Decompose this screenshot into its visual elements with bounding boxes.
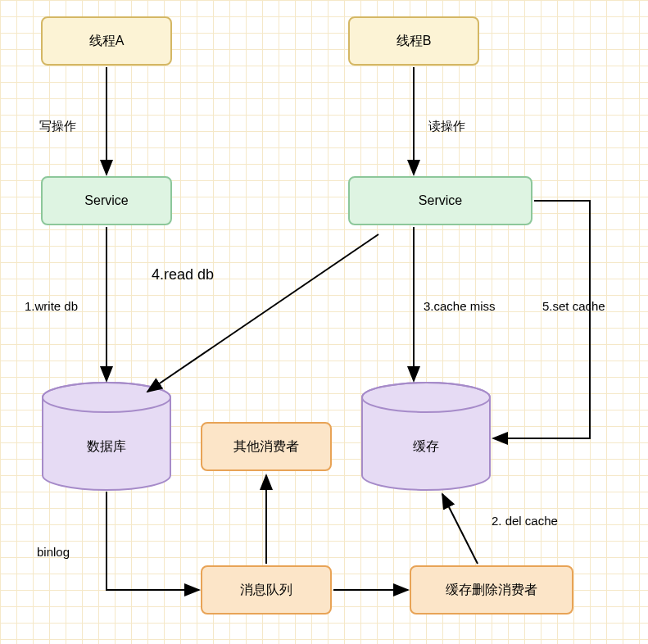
edge-read-op-label: 读操作 [428, 119, 465, 134]
node-service-a-label: Service [84, 193, 128, 208]
arrow-set-cache [493, 201, 590, 438]
edge-write-db-label: 1.write db [25, 299, 78, 313]
node-other-consumer-label: 其他消费者 [233, 438, 299, 456]
arrow-binlog [106, 492, 199, 590]
arrow-read-db [147, 234, 378, 392]
node-thread-a-label: 线程A [89, 33, 125, 50]
node-cache: 缓存 [360, 381, 492, 492]
edge-write-op-label: 写操作 [39, 119, 76, 134]
arrow-del-cache [442, 494, 478, 564]
node-thread-b: 线程B [348, 16, 479, 66]
node-other-consumer: 其他消费者 [201, 422, 332, 471]
edge-read-db-label: 4.read db [152, 266, 214, 283]
node-service-a: Service [41, 176, 172, 225]
edge-cache-miss-label: 3.cache miss [424, 299, 496, 313]
edge-binlog-label: binlog [37, 545, 70, 559]
arrows-layer [0, 0, 648, 644]
node-database-label: 数据库 [87, 439, 126, 453]
node-cache-label: 缓存 [413, 439, 439, 453]
node-service-b-label: Service [419, 193, 462, 208]
edge-set-cache-label: 5.set cache [542, 299, 605, 313]
node-message-queue-label: 消息队列 [240, 582, 292, 599]
node-cache-delete-consumer: 缓存删除消费者 [410, 565, 573, 615]
node-thread-a: 线程A [41, 16, 172, 66]
edge-del-cache-label: 2. del cache [492, 514, 558, 528]
node-message-queue: 消息队列 [201, 565, 332, 615]
node-database: 数据库 [41, 381, 172, 492]
node-service-b: Service [348, 176, 532, 225]
node-cache-delete-consumer-label: 缓存删除消费者 [446, 582, 537, 599]
node-thread-b-label: 线程B [397, 33, 432, 50]
